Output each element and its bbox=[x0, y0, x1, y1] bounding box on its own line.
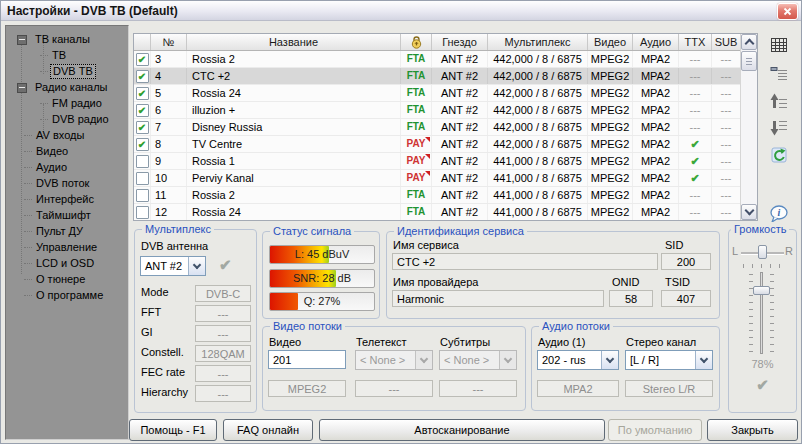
sidebar-item-10[interactable]: Интерфейс bbox=[6, 191, 128, 207]
close-dialog-button[interactable]: Закрыть bbox=[707, 419, 798, 441]
video-pid-label: Видео bbox=[269, 336, 301, 348]
mux-cell: 442,000 / 8 / 6875 bbox=[488, 85, 588, 101]
sub-cell: --- bbox=[712, 170, 740, 186]
sidebar-item-6[interactable]: AV входы bbox=[6, 127, 128, 143]
refresh-icon bbox=[770, 146, 788, 164]
channel-checkbox[interactable]: ✔ bbox=[136, 70, 149, 83]
chevron-down-icon[interactable] bbox=[695, 351, 712, 369]
scroll-up-button[interactable] bbox=[741, 34, 757, 50]
sidebar-item-0[interactable]: ТВ каналы bbox=[6, 31, 128, 47]
balance-slider-handle[interactable] bbox=[758, 245, 767, 259]
field-label: Hierarchy bbox=[141, 386, 188, 398]
header-multiplex[interactable]: Мультиплекс bbox=[488, 34, 588, 50]
signal-bar-label: SNR: 28 dB bbox=[270, 270, 374, 287]
check-cell bbox=[134, 170, 151, 186]
move-up-button[interactable] bbox=[768, 90, 790, 112]
table-row[interactable]: ✔6illuzion +FTAANT #2442,000 / 8 / 6875M… bbox=[134, 102, 740, 119]
table-row[interactable]: ✔8TV CentrePAYANT #2442,000 / 8 / 6875MP… bbox=[134, 136, 740, 153]
column-setup-button[interactable] bbox=[768, 34, 790, 56]
table-row[interactable]: 12Rossia 24FTAANT #2441,000 / 8 / 6875MP… bbox=[134, 204, 740, 221]
field-value: --- bbox=[195, 385, 251, 402]
audio-select[interactable]: 202 - rus bbox=[537, 350, 619, 370]
move-down-button[interactable] bbox=[768, 117, 790, 139]
stereo-info-value: Stereo L/R bbox=[625, 380, 713, 397]
mux-cell: 442,000 / 8 / 6875 bbox=[488, 102, 588, 118]
header-num[interactable]: № bbox=[151, 34, 187, 50]
sidebar-item-4[interactable]: FM радио bbox=[6, 95, 128, 111]
stereo-select[interactable]: [L / R] bbox=[625, 350, 713, 370]
table-row[interactable]: 9Rossia 1PAYANT #2441,000 / 8 / 6875MPEG… bbox=[134, 153, 740, 170]
chevron-down-icon[interactable] bbox=[601, 351, 618, 369]
header-socket[interactable]: Гнездо bbox=[432, 34, 488, 50]
service-name-value: CTC +2 bbox=[392, 253, 658, 270]
table-row[interactable]: ✔5Rossia 24FTAANT #2442,000 / 8 / 6875MP… bbox=[134, 85, 740, 102]
video-pid-input[interactable]: 201 bbox=[268, 350, 346, 369]
multiplex-field-row: FEC rate--- bbox=[140, 365, 251, 382]
channel-checkbox[interactable]: ✔ bbox=[136, 53, 149, 66]
sidebar-item-7[interactable]: Видео bbox=[6, 143, 128, 159]
mux-cell: 442,000 / 8 / 6875 bbox=[488, 51, 588, 67]
channel-list-scrollbar[interactable] bbox=[740, 34, 757, 220]
channel-list-header[interactable]: № Название Гнездо Мультиплекс Видео Ауди… bbox=[134, 34, 740, 51]
autoscan-button[interactable]: Автосканирование bbox=[319, 419, 605, 441]
sidebar-item-13[interactable]: Управление bbox=[6, 239, 128, 255]
header-audio[interactable]: Аудио bbox=[633, 34, 679, 50]
sidebar-item-11[interactable]: Таймшифт bbox=[6, 207, 128, 223]
sidebar-item-14[interactable]: LCD и OSD bbox=[6, 255, 128, 271]
table-row[interactable]: ✔3Rossia 2FTAANT #2442,000 / 8 / 6875MPE… bbox=[134, 51, 740, 68]
close-button[interactable] bbox=[777, 3, 798, 20]
acc-cell: PAY bbox=[401, 153, 432, 169]
header-name[interactable]: Название bbox=[187, 34, 401, 50]
channel-checkbox[interactable]: ✔ bbox=[136, 138, 149, 151]
collapse-icon[interactable] bbox=[17, 83, 27, 93]
sock-cell: ANT #2 bbox=[432, 136, 488, 152]
name-cell: CTC +2 bbox=[187, 68, 401, 84]
header-video[interactable]: Видео bbox=[588, 34, 633, 50]
sidebar-item-5[interactable]: DVB радио bbox=[6, 111, 128, 127]
stereo-label: Стерео канал bbox=[626, 336, 696, 348]
channel-checkbox[interactable] bbox=[136, 189, 149, 202]
sidebar-item-8[interactable]: Аудио bbox=[6, 159, 128, 175]
collapse-icon[interactable] bbox=[17, 35, 27, 45]
header-ttx[interactable]: TTX bbox=[679, 34, 712, 50]
scrollbar-thumb[interactable] bbox=[741, 51, 757, 71]
remove-channel-button[interactable] bbox=[768, 62, 790, 84]
sidebar-item-15[interactable]: О тюнере bbox=[6, 271, 128, 287]
volume-panel: Громкость L R 78% ✔ bbox=[728, 229, 797, 413]
sidebar-item-2[interactable]: DVB ТВ bbox=[6, 63, 128, 79]
channel-checkbox[interactable] bbox=[136, 172, 149, 185]
channel-checkbox[interactable] bbox=[136, 206, 149, 219]
header-sub[interactable]: SUB bbox=[712, 34, 740, 50]
num-cell: 4 bbox=[151, 68, 187, 84]
aud-cell: MPA2 bbox=[633, 68, 679, 84]
antenna-select[interactable]: ANT #2 bbox=[140, 256, 206, 276]
chevron-down-icon[interactable] bbox=[188, 257, 205, 275]
sidebar-item-1[interactable]: ТВ bbox=[6, 47, 128, 63]
table-row[interactable]: ✔4CTC +2FTAANT #2442,000 / 8 / 6875MPEG2… bbox=[134, 68, 740, 85]
sidebar-item-16[interactable]: О программе bbox=[6, 287, 128, 303]
channel-checkbox[interactable]: ✔ bbox=[136, 121, 149, 134]
num-cell: 6 bbox=[151, 102, 187, 118]
channel-checkbox[interactable]: ✔ bbox=[136, 87, 149, 100]
table-row[interactable]: 10Perviy KanalPAYANT #2441,000 / 8 / 687… bbox=[134, 170, 740, 187]
refresh-button[interactable] bbox=[768, 144, 790, 166]
field-value: --- bbox=[195, 365, 251, 382]
name-cell: Rossia 1 bbox=[187, 153, 401, 169]
sidebar-item-12[interactable]: Пульт ДУ bbox=[6, 223, 128, 239]
table-row[interactable]: 11Rossia 2FTAANT #2441,000 / 8 / 6875MPE… bbox=[134, 187, 740, 204]
table-row[interactable]: ✔7Disney RussiaFTAANT #2442,000 / 8 / 68… bbox=[134, 119, 740, 136]
channel-checkbox[interactable] bbox=[136, 155, 149, 168]
header-check-cell[interactable] bbox=[134, 34, 151, 50]
title-bar[interactable]: Настройки - DVB ТВ (Default) bbox=[1, 1, 801, 21]
aud-cell: MPA2 bbox=[633, 153, 679, 169]
header-access[interactable] bbox=[401, 34, 432, 50]
faq-button[interactable]: FAQ онлайн bbox=[223, 419, 313, 441]
sidebar-item-9[interactable]: DVB поток bbox=[6, 175, 128, 191]
scroll-down-button[interactable] bbox=[741, 204, 757, 220]
help-button[interactable]: Помощь - F1 bbox=[129, 419, 217, 441]
sidebar-item-3[interactable]: Радио каналы bbox=[6, 79, 128, 95]
channel-checkbox[interactable]: ✔ bbox=[136, 104, 149, 117]
volume-slider-handle[interactable] bbox=[753, 286, 770, 295]
volume-slider-track[interactable] bbox=[760, 272, 763, 354]
sub-cell: --- bbox=[712, 136, 740, 152]
